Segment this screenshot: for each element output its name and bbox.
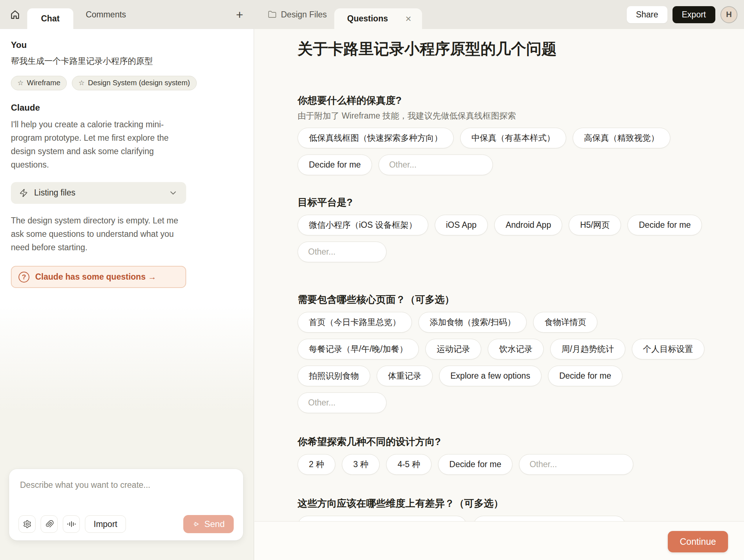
question-heading: 你希望探索几种不同的设计方向? (298, 436, 729, 448)
question-circle-icon: ? (19, 272, 29, 283)
sidebar-tab-strip: Chat Comments + (0, 0, 254, 29)
export-button[interactable]: Export (673, 6, 715, 23)
skill-tags: ☆ Wireframe ☆ Design System (design syst… (11, 76, 186, 90)
tab-questions[interactable]: Questions × (334, 8, 422, 29)
option-pill[interactable]: 运动记录 (425, 339, 481, 359)
option-row (298, 242, 729, 262)
top-tab-bar: Chat Comments + Design Files Questions ×… (0, 0, 744, 29)
option-pill[interactable]: 首页（今日卡路里总览） (298, 312, 412, 333)
user-message-author: You (11, 40, 186, 50)
tab-chat[interactable]: Chat (27, 8, 73, 29)
option-pill[interactable]: Decide for me (438, 454, 512, 475)
option-pill[interactable]: 高保真（精致视觉） (573, 128, 670, 148)
option-pill[interactable]: 4-5 种 (386, 454, 432, 475)
tab-chat-label: Chat (41, 14, 60, 24)
question-heading: 目标平台是? (298, 196, 729, 209)
option-pill[interactable]: 中保真（有基本样式） (460, 128, 566, 148)
user-message-text: 帮我生成一个卡路里记录小程序的原型 (11, 55, 186, 67)
chevron-down-icon[interactable] (168, 188, 178, 198)
send-button[interactable]: Send (183, 515, 234, 533)
share-button[interactable]: Share (627, 6, 667, 23)
option-row: 拍照识别食物体重记录Explore a few optionsDecide fo… (298, 366, 729, 386)
option-row: 2 种3 种4-5 种Decide for me (298, 454, 729, 475)
lightning-icon (19, 189, 28, 197)
attach-button[interactable] (41, 515, 58, 533)
avatar[interactable]: H (720, 6, 737, 23)
option-pill[interactable]: H5/网页 (569, 215, 621, 235)
question-section: 你想要什么样的保真度?由于附加了 Wireframe 技能，我建议先做低保真线框… (298, 94, 729, 175)
option-pill[interactable]: 体重记录 (377, 366, 433, 386)
other-input[interactable] (379, 155, 493, 175)
skill-tag-label: Wireframe (27, 79, 60, 87)
option-pill[interactable]: 3 种 (342, 454, 380, 475)
skill-tag-wireframe[interactable]: ☆ Wireframe (11, 76, 67, 90)
question-hint: 由于附加了 Wireframe 技能，我建议先做低保真线框图探索 (298, 110, 729, 121)
option-row: 每餐记录（早/午/晚/加餐）运动记录饮水记录周/月趋势统计个人目标设置 (298, 339, 729, 359)
option-pill[interactable]: Android App (494, 215, 562, 235)
option-pill[interactable]: 饮水记录 (488, 339, 544, 359)
paperclip-icon (45, 520, 54, 528)
option-pill[interactable]: 低保真线框图（快速探索多种方向） (298, 128, 454, 148)
tab-comments[interactable]: Comments (73, 0, 138, 29)
questions-banner[interactable]: ? Claude has some questions → (11, 266, 186, 288)
option-row: 首页（今日卡路里总览）添加食物（搜索/扫码）食物详情页 (298, 312, 729, 333)
other-input[interactable] (519, 454, 633, 475)
send-button-label: Send (204, 519, 225, 529)
question-heading: 需要包含哪些核心页面？（可多选） (298, 293, 729, 306)
option-pill[interactable]: 个人目标设置 (632, 339, 704, 359)
option-pill[interactable]: Decide for me (298, 155, 372, 175)
questions-content: 关于卡路里记录小程序原型的几个问题 你想要什么样的保真度?由于附加了 Wiref… (254, 29, 744, 536)
folder-icon (268, 10, 277, 19)
assistant-message-author: Claude (11, 103, 186, 113)
continue-button[interactable]: Continue (668, 531, 728, 552)
chat-message-list: You 帮我生成一个卡路里记录小程序的原型 ☆ Wireframe ☆ Desi… (0, 29, 254, 288)
question-section: 你希望探索几种不同的设计方向?2 种3 种4-5 种Decide for me (298, 436, 729, 475)
assistant-followup-text: The design system directory is empty. Le… (11, 214, 186, 255)
star-icon: ☆ (17, 79, 24, 87)
option-row (298, 392, 729, 413)
option-pill[interactable]: Explore a few options (439, 366, 541, 386)
option-pill[interactable]: 2 种 (298, 454, 335, 475)
other-input[interactable] (298, 242, 387, 262)
option-pill[interactable]: 微信小程序（iOS 设备框架） (298, 215, 428, 235)
other-input[interactable] (298, 392, 387, 413)
option-pill[interactable]: 添加食物（搜索/扫码） (418, 312, 527, 333)
voice-button[interactable] (63, 515, 80, 533)
questions-panel: 关于卡路里记录小程序原型的几个问题 你想要什么样的保真度?由于附加了 Wiref… (254, 29, 744, 560)
tab-questions-label: Questions (347, 14, 388, 24)
option-pill[interactable]: 周/月趋势统计 (550, 339, 625, 359)
assistant-intro-text: I'll help you create a calorie tracking … (11, 118, 186, 172)
option-row: 低保真线框图（快速探索多种方向）中保真（有基本样式）高保真（精致视觉） (298, 128, 729, 148)
gear-icon (23, 520, 32, 528)
tool-status-listing-files[interactable]: Listing files (11, 182, 186, 204)
waveform-icon (67, 519, 76, 529)
skill-tag-label: Design System (design system) (88, 79, 190, 87)
question-section: 目标平台是?微信小程序（iOS 设备框架）iOS AppAndroid AppH… (298, 196, 729, 262)
canvas-tab-strip: Design Files Questions × Share Export H (254, 0, 744, 29)
composer: Import Send (9, 469, 243, 540)
tab-design-files[interactable]: Design Files (268, 0, 327, 29)
questions-list: 你想要什么样的保真度?由于附加了 Wireframe 技能，我建议先做低保真线框… (298, 94, 729, 536)
close-icon[interactable]: × (405, 14, 411, 24)
tab-design-files-label: Design Files (281, 10, 327, 20)
home-icon[interactable] (9, 9, 21, 20)
option-pill[interactable]: 每餐记录（早/午/晚/加餐） (298, 339, 419, 359)
send-icon (192, 520, 200, 528)
skill-tag-design-system[interactable]: ☆ Design System (design system) (72, 76, 196, 90)
questions-footer: Continue (254, 521, 744, 560)
settings-button[interactable] (19, 515, 36, 533)
composer-input[interactable] (20, 474, 232, 496)
chat-sidebar: You 帮我生成一个卡路里记录小程序的原型 ☆ Wireframe ☆ Desi… (0, 29, 254, 560)
question-heading: 你想要什么样的保真度? (298, 94, 729, 107)
tool-status-label: Listing files (34, 188, 75, 198)
option-pill[interactable]: iOS App (435, 215, 488, 235)
option-pill[interactable]: 食物详情页 (533, 312, 597, 333)
import-button[interactable]: Import (85, 515, 126, 533)
new-tab-icon[interactable]: + (236, 8, 243, 21)
questions-banner-label: Claude has some questions → (35, 272, 156, 282)
page-title: 关于卡路里记录小程序原型的几个问题 (298, 38, 729, 59)
option-pill[interactable]: Decide for me (628, 215, 702, 235)
option-pill[interactable]: Decide for me (548, 366, 622, 386)
option-pill[interactable]: 拍照识别食物 (298, 366, 370, 386)
option-row: 微信小程序（iOS 设备框架）iOS AppAndroid AppH5/网页De… (298, 215, 729, 235)
